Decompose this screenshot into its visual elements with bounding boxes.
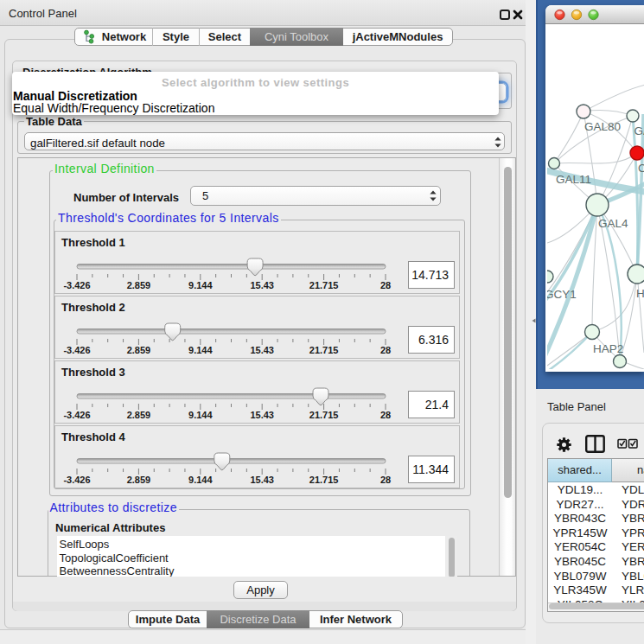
svg-text:HAP2: HAP2 [593,342,623,355]
svg-text:HIS4: HIS4 [636,287,644,300]
svg-text:CDC6: CDC6 [638,162,644,175]
svg-text:GCY1: GCY1 [547,288,577,301]
svg-text:GAL11: GAL11 [556,173,591,186]
svg-text:GAL3: GAL3 [634,124,644,137]
svg-text:GAL80: GAL80 [584,120,621,133]
svg-text:GAL4: GAL4 [598,217,628,230]
